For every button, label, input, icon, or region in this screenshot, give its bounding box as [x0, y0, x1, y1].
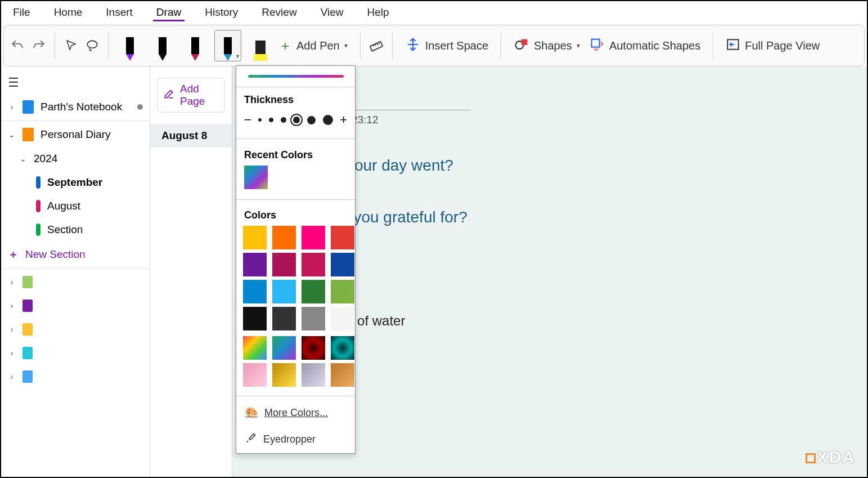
auto-shapes-button[interactable]: Automatic Shapes: [584, 33, 705, 59]
color-swatch[interactable]: [272, 307, 296, 330]
pen-tool-3[interactable]: ▾: [214, 30, 241, 61]
section-august[interactable]: August: [1, 194, 150, 218]
more-colors-button[interactable]: 🎨 More Colors...: [236, 400, 355, 426]
question-2[interactable]: What are you grateful for?: [285, 208, 848, 226]
highlighter-tool[interactable]: [247, 30, 274, 61]
pen-tool-1[interactable]: [149, 30, 176, 61]
menu-home[interactable]: Home: [51, 4, 86, 21]
color-swatch[interactable]: [272, 226, 296, 249]
menu-file[interactable]: File: [10, 4, 34, 21]
thickness-selector[interactable]: − +: [236, 110, 355, 135]
shapes-icon: [514, 37, 529, 55]
svg-rect-4: [592, 39, 600, 47]
thickness-dot[interactable]: [323, 115, 333, 125]
thickness-dot[interactable]: [258, 118, 262, 122]
add-pen-button[interactable]: ＋ Add Pen ▾: [274, 33, 352, 58]
menu-view[interactable]: View: [317, 4, 347, 21]
lasso-icon[interactable]: [84, 38, 100, 53]
pen-tool-0[interactable]: [116, 30, 143, 61]
plus-icon: ＋: [8, 247, 19, 262]
section-section[interactable]: Section: [1, 218, 150, 242]
cursor-icon[interactable]: [63, 38, 79, 53]
texture-swatch[interactable]: [302, 336, 325, 360]
texture-swatch[interactable]: [272, 363, 296, 387]
page-list-item[interactable]: August 8: [150, 124, 232, 148]
svg-point-0: [87, 41, 97, 48]
pen-tool-2[interactable]: [182, 30, 209, 61]
texture-swatch[interactable]: [272, 336, 296, 360]
notebook-icon: [23, 276, 33, 288]
section-group-2024[interactable]: ⌄ 2024: [1, 147, 150, 171]
color-swatch[interactable]: [302, 253, 325, 276]
hamburger-icon[interactable]: ☰: [8, 75, 19, 90]
shapes-label: Shapes: [534, 39, 572, 52]
section-color-icon: [36, 200, 41, 212]
shapes-button[interactable]: Shapes ▾: [509, 33, 584, 59]
menu-draw[interactable]: Draw: [153, 4, 185, 21]
chevron-right-icon: ›: [8, 102, 16, 111]
chevron-down-icon: ⌄: [19, 154, 27, 163]
watermark: XDA: [806, 448, 856, 467]
color-swatch[interactable]: [302, 307, 325, 330]
notebook-row-personal-diary[interactable]: ⌄ Personal Diary: [1, 122, 150, 147]
chevron-down-icon: ▾: [344, 42, 348, 50]
redo-icon[interactable]: [31, 38, 47, 53]
color-swatch[interactable]: [243, 280, 267, 303]
thickness-increase[interactable]: +: [340, 113, 347, 127]
page-item-title: August 8: [161, 129, 207, 141]
menu-history[interactable]: History: [201, 4, 241, 21]
add-page-button[interactable]: Add Page: [157, 78, 225, 113]
texture-swatch[interactable]: [331, 363, 354, 387]
page-list: Add Page August 8: [150, 66, 232, 477]
chevron-right-icon: ›: [8, 349, 16, 358]
insert-space-icon: [405, 37, 421, 55]
notebook-label: Parth's Notebook: [41, 101, 122, 113]
color-swatch[interactable]: [331, 253, 354, 276]
thickness-dot-selected[interactable]: [293, 117, 300, 123]
eyedropper-button[interactable]: Eyedropper: [236, 426, 355, 453]
notebook-collapsed[interactable]: ›: [1, 318, 150, 341]
full-page-label: Full Page View: [745, 39, 820, 52]
notebook-icon: [23, 128, 34, 141]
menu-insert[interactable]: Insert: [102, 4, 136, 21]
insert-space-button[interactable]: Insert Space: [401, 33, 493, 59]
color-swatch[interactable]: [243, 226, 267, 249]
navigation-sidebar: ☰ › Parth's Notebook ⌄ Personal Diary ⌄ …: [1, 66, 150, 477]
thickness-dot[interactable]: [269, 118, 273, 122]
notebook-collapsed[interactable]: ›: [1, 365, 150, 388]
thickness-dot[interactable]: [307, 116, 316, 124]
question-1[interactable]: How did your day went?: [285, 157, 848, 175]
texture-swatch[interactable]: [243, 336, 267, 360]
color-swatch[interactable]: [331, 280, 354, 303]
notebook-collapsed[interactable]: ›: [1, 341, 150, 365]
color-swatch[interactable]: [331, 226, 354, 249]
full-page-view-button[interactable]: Full Page View: [721, 34, 824, 58]
menu-bar: FileHomeInsertDrawHistoryReviewViewHelp: [1, 1, 867, 24]
menu-help[interactable]: Help: [363, 4, 392, 21]
texture-swatch[interactable]: [302, 363, 325, 387]
texture-swatch[interactable]: [331, 336, 354, 360]
new-section-button[interactable]: ＋ New Section: [1, 242, 150, 267]
thickness-decrease[interactable]: −: [244, 113, 251, 127]
color-swatch[interactable]: [302, 226, 325, 249]
color-swatch[interactable]: [302, 280, 325, 303]
texture-swatch[interactable]: [243, 363, 267, 387]
color-swatch[interactable]: [272, 253, 296, 276]
color-swatch[interactable]: [243, 253, 267, 276]
chevron-down-icon: ⌄: [8, 130, 16, 139]
thickness-dot[interactable]: [281, 117, 286, 123]
undo-icon[interactable]: [10, 38, 25, 53]
section-september[interactable]: September: [1, 171, 150, 194]
recent-color-swatch[interactable]: [244, 166, 268, 189]
color-swatch[interactable]: [272, 280, 296, 303]
menu-review[interactable]: Review: [258, 4, 300, 21]
fullpage-icon: [726, 37, 740, 55]
notebook-collapsed[interactable]: ›: [1, 270, 150, 294]
color-swatch[interactable]: [243, 307, 267, 330]
ruler-icon[interactable]: [368, 38, 384, 53]
svg-rect-3: [521, 39, 528, 45]
chevron-right-icon: ›: [8, 372, 16, 381]
notebook-collapsed[interactable]: ›: [1, 294, 150, 318]
notebook-row-parths[interactable]: › Parth's Notebook: [1, 95, 150, 119]
color-swatch[interactable]: [331, 307, 354, 330]
